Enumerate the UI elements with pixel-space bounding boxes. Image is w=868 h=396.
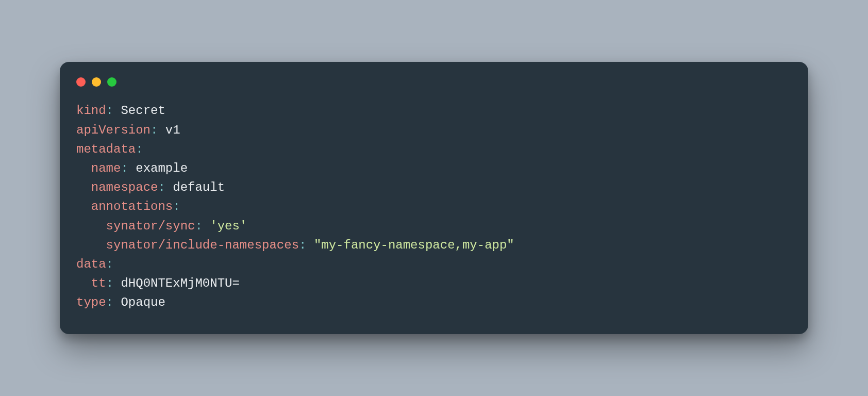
code-window: kind: Secret apiVersion: v1 metadata: na… — [60, 62, 808, 334]
yaml-value-name: example — [136, 161, 188, 175]
yaml-key-name: name — [91, 161, 121, 175]
traffic-zoom-icon[interactable] — [107, 77, 116, 87]
stage: kind: Secret apiVersion: v1 metadata: na… — [0, 0, 868, 396]
colon: : — [136, 142, 143, 156]
colon: : — [173, 200, 180, 213]
yaml-value-kind: Secret — [121, 104, 165, 118]
colon: : — [106, 295, 113, 309]
yaml-value-apiversion: v1 — [165, 123, 180, 137]
yaml-value-namespace: default — [173, 180, 225, 194]
colon: : — [106, 104, 113, 118]
window-titlebar — [76, 76, 792, 101]
colon: : — [151, 123, 158, 137]
colon: : — [121, 161, 128, 175]
yaml-key-data: data — [76, 257, 106, 271]
yaml-key-tt: tt — [91, 276, 106, 290]
colon: : — [158, 180, 165, 194]
colon: : — [299, 238, 306, 252]
colon: : — [195, 219, 202, 233]
yaml-key-synator-sync: synator/sync — [106, 219, 195, 233]
yaml-key-metadata: metadata — [76, 142, 136, 156]
yaml-key-synator-include-namespaces: synator/include-namespaces — [106, 238, 299, 252]
code-block: kind: Secret apiVersion: v1 metadata: na… — [76, 101, 792, 312]
traffic-minimize-icon[interactable] — [92, 77, 101, 87]
yaml-key-type: type — [76, 295, 106, 309]
yaml-key-kind: kind — [76, 104, 106, 118]
yaml-key-annotations: annotations — [91, 200, 173, 213]
yaml-value-synator-sync: 'yes' — [210, 219, 247, 233]
colon: : — [106, 276, 113, 290]
yaml-value-type: Opaque — [121, 295, 165, 309]
yaml-key-namespace: namespace — [91, 180, 158, 194]
traffic-close-icon[interactable] — [76, 77, 86, 87]
colon: : — [106, 257, 113, 271]
yaml-key-apiversion: apiVersion — [76, 123, 151, 137]
yaml-value-tt: dHQ0NTExMjM0NTU= — [121, 276, 239, 290]
yaml-value-synator-include-namespaces: "my-fancy-namespace,my-app" — [314, 238, 514, 252]
